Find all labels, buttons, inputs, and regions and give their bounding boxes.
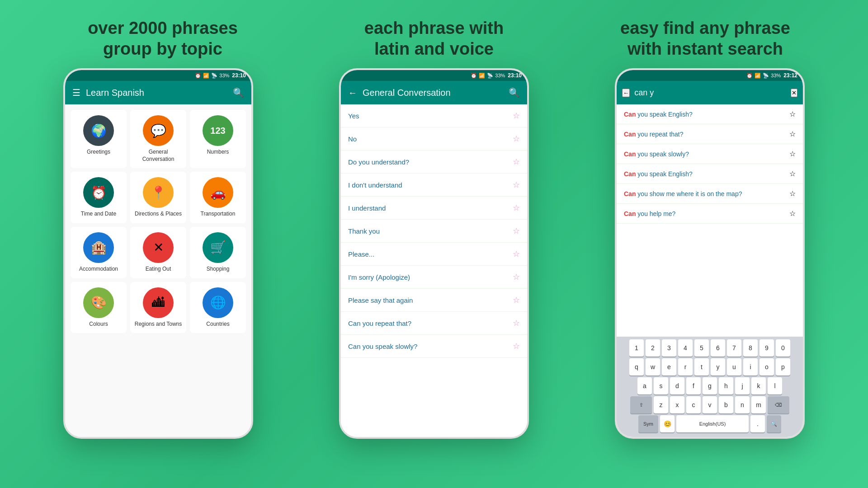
grid-item-accommodation[interactable]: 🏨 Accommodation [71, 227, 127, 278]
key-t[interactable]: t [694, 358, 709, 375]
result-star-6[interactable]: ☆ [789, 209, 796, 218]
key-j[interactable]: j [735, 377, 750, 394]
grid-item-greetings[interactable]: 🌍 Greetings [71, 110, 127, 168]
result-star-4[interactable]: ☆ [789, 169, 796, 178]
star-slowly[interactable]: ☆ [513, 341, 520, 351]
star-thank-you[interactable]: ☆ [513, 226, 520, 236]
key-h[interactable]: h [719, 377, 733, 394]
phrase-item-understand[interactable]: I understand ☆ [341, 197, 527, 220]
key-u[interactable]: u [727, 358, 741, 375]
phrase-item-thank-you[interactable]: Thank you ☆ [341, 220, 527, 243]
key-3[interactable]: 3 [662, 339, 676, 357]
key-l[interactable]: l [768, 377, 782, 394]
phrase-item-say-again[interactable]: Please say that again ☆ [341, 289, 527, 312]
result-repeat[interactable]: Can you repeat that? ☆ [617, 124, 803, 144]
grid-item-eating[interactable]: ✕ Eating Out [130, 227, 186, 278]
star-sorry[interactable]: ☆ [513, 272, 520, 282]
key-m[interactable]: m [751, 396, 766, 413]
star-repeat[interactable]: ☆ [513, 318, 520, 328]
key-p[interactable]: p [776, 358, 790, 375]
key-emoji[interactable]: 😊 [660, 415, 675, 432]
key-1[interactable]: 1 [629, 339, 644, 357]
result-show-map[interactable]: Can you show me where it is on the map? … [617, 184, 803, 204]
key-w[interactable]: w [646, 358, 660, 375]
result-star-1[interactable]: ☆ [789, 110, 796, 118]
star-no[interactable]: ☆ [513, 134, 520, 144]
grid-item-numbers[interactable]: 123 Numbers [190, 110, 246, 168]
key-b[interactable]: b [719, 396, 733, 413]
grid-item-general-conversation[interactable]: 💬 General Conversation [130, 110, 186, 168]
result-speak-slowly[interactable]: Can you speak slowly? ☆ [617, 144, 803, 164]
key-n[interactable]: n [735, 396, 750, 413]
star-please[interactable]: ☆ [513, 249, 520, 259]
result-text-5: Can you show me where it is on the map? [624, 190, 742, 197]
colours-label: Colours [89, 321, 108, 328]
key-9[interactable]: 9 [760, 339, 774, 357]
key-s[interactable]: s [654, 377, 668, 394]
result-speak-english-1[interactable]: Can you speak English? ☆ [617, 104, 803, 124]
menu-button[interactable]: ☰ [72, 87, 80, 98]
grid-item-transportation[interactable]: 🚗 Transportation [190, 172, 246, 223]
back-button-2[interactable]: ← [348, 88, 357, 98]
star-yes[interactable]: ☆ [513, 111, 520, 121]
star-dont-understand[interactable]: ☆ [513, 180, 520, 190]
key-2[interactable]: 2 [646, 339, 660, 357]
key-search-enter[interactable]: 🔍 [767, 415, 781, 432]
grid-item-shopping[interactable]: 🛒 Shopping [190, 227, 246, 278]
phrase-item-repeat[interactable]: Can you repeat that? ☆ [341, 312, 527, 335]
key-5[interactable]: 5 [694, 339, 709, 357]
key-k[interactable]: k [751, 377, 766, 394]
star-understand-q[interactable]: ☆ [513, 157, 520, 167]
result-star-2[interactable]: ☆ [789, 130, 796, 138]
key-period[interactable]: . [750, 415, 765, 432]
key-space[interactable]: English(US) [676, 415, 749, 432]
key-x[interactable]: x [670, 396, 684, 413]
search-button-1[interactable]: 🔍 [233, 87, 244, 98]
key-0[interactable]: 0 [776, 339, 790, 357]
key-q[interactable]: q [629, 358, 644, 375]
grid-item-colours[interactable]: 🎨 Colours [71, 282, 127, 333]
star-say-again[interactable]: ☆ [513, 295, 520, 305]
clear-button[interactable]: ✕ [791, 89, 797, 97]
general-conversation-label: General Conversation [132, 149, 184, 163]
key-v[interactable]: v [703, 396, 717, 413]
key-backspace[interactable]: ⌫ [768, 396, 789, 413]
back-button-3[interactable]: ← [622, 89, 630, 97]
key-d[interactable]: d [670, 377, 684, 394]
phrase-item-dont-understand[interactable]: I don't understand ☆ [341, 174, 527, 197]
search-input[interactable] [634, 88, 786, 98]
key-shift[interactable]: ⇧ [630, 396, 652, 413]
key-sym[interactable]: Sym [638, 415, 658, 432]
star-understand[interactable]: ☆ [513, 203, 520, 213]
phrase-item-understand-q[interactable]: Do you understand? ☆ [341, 150, 527, 174]
grid-item-regions[interactable]: 🏙 Regions and Towns [130, 282, 186, 333]
result-star-3[interactable]: ☆ [789, 150, 796, 158]
grid-item-time[interactable]: ⏰ Time and Date [71, 172, 127, 223]
key-6[interactable]: 6 [711, 339, 725, 357]
key-y[interactable]: y [711, 358, 725, 375]
key-f[interactable]: f [686, 377, 701, 394]
key-a[interactable]: a [637, 377, 652, 394]
grid-item-countries[interactable]: 🌐 Countries [190, 282, 246, 333]
key-7[interactable]: 7 [727, 339, 741, 357]
key-c[interactable]: c [686, 396, 701, 413]
key-e[interactable]: e [662, 358, 676, 375]
phrase-text-thank-you: Thank you [348, 227, 380, 235]
key-8[interactable]: 8 [743, 339, 758, 357]
key-r[interactable]: r [678, 358, 693, 375]
grid-item-directions[interactable]: 📍 Directions & Places [130, 172, 186, 223]
result-speak-english-2[interactable]: Can you speak English? ☆ [617, 164, 803, 184]
key-o[interactable]: o [760, 358, 774, 375]
result-star-5[interactable]: ☆ [789, 189, 796, 198]
key-i[interactable]: i [743, 358, 758, 375]
phrase-item-slowly[interactable]: Can you speak slowly? ☆ [341, 335, 527, 358]
result-help[interactable]: Can you help me? ☆ [617, 204, 803, 224]
key-g[interactable]: g [703, 377, 717, 394]
key-z[interactable]: z [654, 396, 668, 413]
key-4[interactable]: 4 [678, 339, 693, 357]
phrase-item-sorry[interactable]: I'm sorry (Apologize) ☆ [341, 266, 527, 289]
phrase-item-no[interactable]: No ☆ [341, 127, 527, 150]
phrase-item-yes[interactable]: Yes ☆ [341, 104, 527, 127]
search-button-2[interactable]: 🔍 [509, 87, 520, 98]
phrase-item-please[interactable]: Please... ☆ [341, 243, 527, 266]
